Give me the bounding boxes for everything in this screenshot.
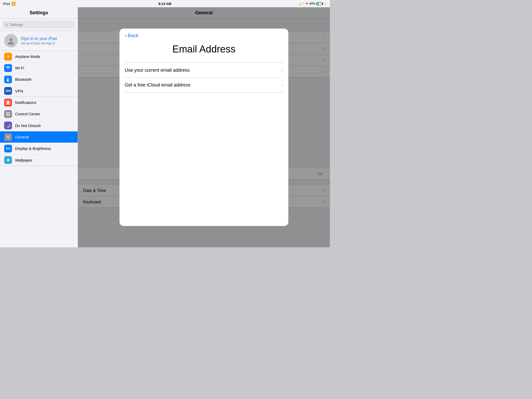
- bluetooth-status-icon: ✦: [305, 2, 308, 5]
- charging-icon: ⚡: [323, 2, 327, 5]
- display-icon: AA: [4, 145, 12, 152]
- general-icon: ⚙: [4, 133, 12, 141]
- sidebar-label-airplane: Airplane Mode: [15, 54, 74, 59]
- sidebar-item-notifications[interactable]: Notifications: [0, 97, 78, 108]
- sidebar-item-do-not-disturb[interactable]: 🌙 Do Not Disturb: [0, 120, 78, 131]
- sidebar-label-wallpaper: Wallpaper: [15, 158, 74, 162]
- status-time: 8:14 AM: [158, 2, 171, 6]
- icloud-email-label: Get a free iCloud email address: [125, 82, 281, 88]
- sidebar: Settings Sign in to your iPad Set up iCl…: [0, 7, 78, 247]
- sidebar-label-bluetooth: Bluetooth: [15, 77, 74, 82]
- profile-text: Sign in to your iPad Set up iCloud, the …: [21, 36, 74, 45]
- sidebar-item-wifi[interactable]: Wi-Fi: [0, 62, 78, 74]
- ipad-label: iPad: [3, 2, 10, 6]
- wifi-icon: 📶: [11, 2, 16, 6]
- notifications-icon: [4, 99, 12, 107]
- sidebar-group-preferences: ⚙ General AA Display & Brightness ❋ Wall…: [0, 131, 78, 166]
- icloud-email-chevron: [281, 82, 283, 88]
- wifi-icon: [4, 64, 12, 72]
- airplane-icon: ✈: [4, 53, 12, 61]
- battery-pct: 40%: [309, 2, 315, 5]
- sidebar-label-wifi: Wi-Fi: [15, 66, 74, 70]
- profile-section[interactable]: Sign in to your iPad Set up iCloud, the …: [0, 31, 78, 51]
- sidebar-group-system: Notifications Control Center 🌙 Do Not Di…: [0, 97, 78, 131]
- modal-option-current-email[interactable]: Use your current email address: [119, 63, 288, 77]
- svg-point-6: [6, 114, 8, 116]
- svg-point-0: [9, 38, 12, 41]
- svg-point-1: [8, 42, 14, 45]
- sidebar-label-control-center: Control Center: [15, 112, 74, 116]
- search-input[interactable]: [3, 21, 75, 29]
- sidebar-group-connectivity: ✈ Airplane Mode Wi-Fi Bluetooth: [0, 51, 78, 97]
- sidebar-label-vpn: VPN: [15, 89, 74, 93]
- modal-spacer: [119, 92, 288, 226]
- status-right: 🌙 ↑ ✦ 40% ⚡: [298, 2, 327, 5]
- svg-point-5: [8, 112, 10, 114]
- modal-option-icloud-email[interactable]: Get a free iCloud email address: [119, 78, 288, 92]
- modal-title: Email Address: [119, 38, 288, 63]
- wallpaper-icon: ❋: [4, 156, 12, 164]
- app-container: Settings Sign in to your iPad Set up iCl…: [0, 7, 330, 247]
- sidebar-item-control-center[interactable]: Control Center: [0, 108, 78, 120]
- sidebar-item-wallpaper[interactable]: ❋ Wallpaper: [0, 154, 78, 166]
- bluetooth-icon: [4, 76, 12, 83]
- do-not-disturb-icon: 🌙: [4, 122, 12, 129]
- sidebar-label-notifications: Notifications: [15, 100, 74, 105]
- location-icon: ↑: [303, 2, 304, 5]
- status-bar: iPad 📶 8:14 AM 🌙 ↑ ✦ 40% ⚡: [0, 0, 330, 7]
- sidebar-search-wrapper: [0, 19, 78, 31]
- profile-sign-in: Sign in to your iPad: [21, 36, 74, 41]
- sidebar-item-general[interactable]: ⚙ General: [0, 131, 78, 143]
- avatar: [4, 34, 18, 48]
- profile-subtitle: Set up iCloud, the App S...: [21, 42, 68, 45]
- svg-rect-3: [7, 101, 9, 104]
- modal-back-section: ‹ Back: [119, 29, 288, 38]
- back-chevron-icon: ‹: [125, 33, 127, 38]
- svg-point-7: [8, 114, 10, 116]
- current-email-label: Use your current email address: [125, 68, 281, 73]
- vpn-icon: VPN: [4, 87, 12, 95]
- sidebar-item-vpn[interactable]: VPN VPN: [0, 85, 78, 97]
- sidebar-item-airplane[interactable]: ✈ Airplane Mode: [0, 51, 78, 62]
- sidebar-title: Settings: [30, 10, 48, 16]
- battery-icon: [316, 2, 322, 5]
- svg-point-4: [6, 112, 8, 114]
- sidebar-label-general: General: [15, 135, 74, 139]
- sidebar-label-display: Display & Brightness: [15, 146, 74, 151]
- sidebar-item-display[interactable]: AA Display & Brightness: [0, 143, 78, 154]
- control-center-icon: [4, 110, 12, 118]
- modal-overlay: ‹ Back Email Address Use your current em…: [78, 7, 330, 247]
- status-left: iPad 📶: [3, 2, 16, 6]
- sidebar-header: Settings: [0, 7, 78, 19]
- content-area: General Off: [78, 7, 330, 247]
- current-email-chevron: [281, 67, 283, 73]
- sidebar-item-bluetooth[interactable]: Bluetooth: [0, 74, 78, 85]
- back-button[interactable]: Back: [128, 33, 138, 38]
- moon-icon: 🌙: [298, 2, 302, 5]
- sidebar-label-do-not-disturb: Do Not Disturb: [15, 123, 74, 128]
- email-address-modal: ‹ Back Email Address Use your current em…: [119, 29, 288, 226]
